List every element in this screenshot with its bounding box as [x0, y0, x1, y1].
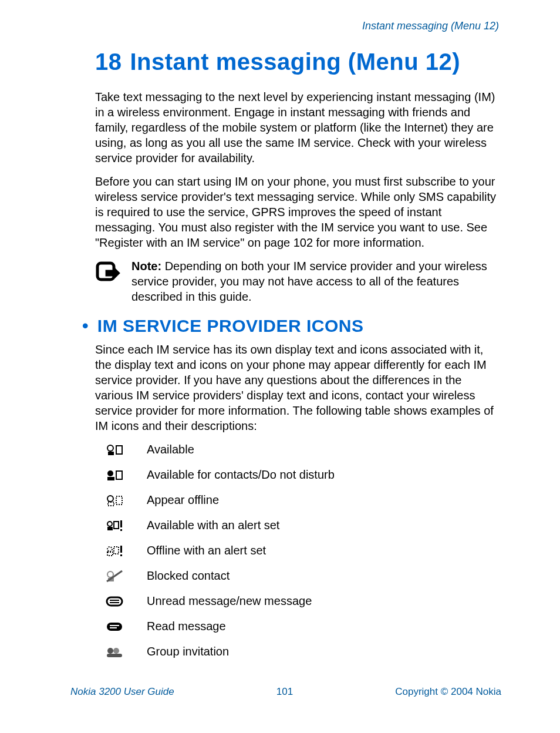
im-dnd-icon	[106, 469, 147, 482]
note-label: Note:	[131, 260, 161, 273]
page: Instant messaging (Menu 12) 18Instant me…	[0, 0, 560, 733]
icon-description: Blocked contact	[147, 569, 230, 583]
icon-description: Unread message/new message	[147, 594, 312, 608]
section-bullet: •	[82, 316, 89, 335]
icon-row: Appear offline	[106, 493, 501, 507]
svg-rect-14	[120, 520, 122, 527]
footer-guide: Nokia 3200 User Guide	[70, 686, 174, 698]
icon-row: Read message	[106, 620, 501, 633]
svg-rect-3	[108, 452, 114, 455]
svg-point-16	[107, 547, 112, 552]
svg-point-8	[107, 496, 113, 502]
icon-row: Available with an alert set	[106, 519, 501, 532]
section-intro: Since each IM service has its own displa…	[95, 342, 501, 433]
svg-rect-6	[107, 477, 114, 480]
svg-point-5	[107, 470, 113, 476]
chapter-number: 18	[95, 49, 122, 75]
svg-line-23	[107, 571, 122, 581]
svg-rect-27	[107, 623, 122, 631]
icon-row: Available	[106, 443, 501, 456]
svg-rect-19	[120, 546, 122, 553]
body-paragraph-1: Take text messaging to the next level by…	[95, 89, 501, 166]
im-appear-offline-icon	[106, 494, 147, 507]
svg-rect-20	[120, 554, 122, 556]
svg-point-11	[107, 522, 112, 526]
icon-description: Appear offline	[147, 493, 219, 507]
svg-rect-17	[107, 552, 113, 556]
svg-rect-7	[116, 471, 122, 479]
svg-rect-4	[116, 446, 122, 454]
icon-row: Unread message/new message	[106, 594, 501, 608]
chapter-title-text: Instant messaging (Menu 12)	[130, 49, 460, 75]
section-heading-text: IM SERVICE PROVIDER ICONS	[92, 316, 364, 335]
im-available-icon	[106, 443, 147, 456]
body-paragraph-2: Before you can start using IM on your ph…	[95, 174, 501, 250]
icon-description: Available with an alert set	[147, 519, 279, 532]
svg-rect-15	[120, 529, 122, 531]
svg-rect-24	[107, 597, 122, 606]
im-unread-msg-icon	[106, 595, 147, 608]
chapter-title: 18Instant messaging (Menu 12)	[95, 49, 501, 75]
svg-rect-10	[116, 496, 122, 505]
icon-description: Available	[147, 443, 194, 456]
note-text: Note: Depending on both your IM service …	[131, 258, 501, 304]
svg-rect-18	[114, 547, 119, 554]
svg-point-31	[113, 648, 119, 654]
svg-point-30	[107, 648, 113, 654]
svg-point-21	[107, 571, 113, 577]
footer-page: 101	[276, 686, 293, 698]
svg-rect-12	[107, 527, 113, 530]
im-blocked-icon	[106, 570, 147, 583]
footer-copyright: Copyright © 2004 Nokia	[395, 686, 501, 698]
icon-row: Blocked contact	[106, 569, 501, 583]
section-heading: • IM SERVICE PROVIDER ICONS	[82, 316, 501, 336]
svg-point-2	[107, 445, 113, 451]
note-arrow-icon	[95, 260, 124, 290]
svg-rect-13	[114, 522, 119, 529]
im-read-msg-icon	[106, 620, 147, 633]
icon-row: Offline with an alert set	[106, 544, 501, 557]
im-group-invite-icon	[106, 645, 147, 658]
icon-description: Offline with an alert set	[147, 544, 266, 557]
page-footer: Nokia 3200 User Guide 101 Copyright © 20…	[70, 686, 501, 698]
icon-description: Group invitation	[147, 645, 229, 658]
note-block: Note: Depending on both your IM service …	[95, 258, 501, 304]
svg-rect-9	[108, 502, 114, 506]
note-body: Depending on both your IM service provid…	[131, 260, 487, 303]
icon-row: Available for contacts/Do not disturb	[106, 468, 501, 482]
icon-description: Read message	[147, 620, 226, 633]
im-available-alert-icon	[106, 519, 147, 532]
svg-rect-32	[107, 654, 122, 657]
icon-description: Available for contacts/Do not disturb	[147, 468, 335, 482]
icon-table: AvailableAvailable for contacts/Do not d…	[106, 443, 501, 658]
icon-row: Group invitation	[106, 645, 501, 658]
im-offline-alert-icon	[106, 544, 147, 557]
running-header: Instant messaging (Menu 12)	[59, 20, 501, 32]
